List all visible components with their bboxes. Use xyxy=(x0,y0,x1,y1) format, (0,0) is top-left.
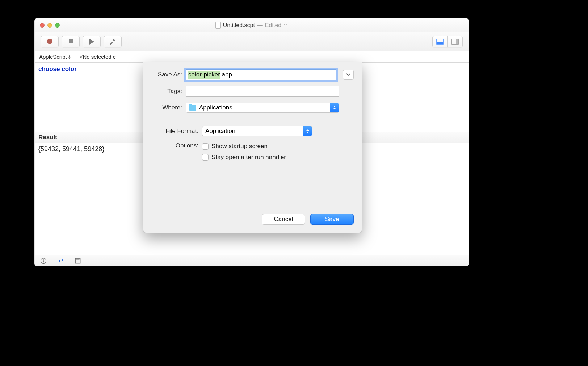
minimize-button[interactable] xyxy=(47,23,52,28)
where-value: Applications xyxy=(199,104,232,111)
option-stay-open[interactable]: Stay open after run handler xyxy=(202,154,286,161)
save-label: Save xyxy=(325,216,339,223)
view-editor-button[interactable] xyxy=(432,36,448,47)
where-popup[interactable]: Applications xyxy=(186,103,339,113)
window-title: Untitled.scpt — Edited ﹀ xyxy=(35,22,469,29)
pane-right-icon xyxy=(452,39,459,45)
result-value: {59432, 59441, 59428} xyxy=(38,145,104,153)
stop-button[interactable] xyxy=(62,36,80,47)
play-icon xyxy=(89,39,94,45)
save-as-input[interactable]: color-picker.app xyxy=(186,69,336,80)
language-label: AppleScript xyxy=(39,54,67,60)
tags-input[interactable] xyxy=(186,86,339,97)
titlebar[interactable]: Untitled.scpt — Edited ﹀ xyxy=(35,18,469,32)
handler-selector[interactable]: <No selected e xyxy=(75,51,120,62)
file-format-value: Application xyxy=(205,128,235,135)
stop-icon xyxy=(69,39,73,43)
checkbox-startup[interactable] xyxy=(202,143,209,150)
expand-save-button[interactable] xyxy=(343,70,354,80)
popup-arrows-icon xyxy=(303,126,312,136)
option-startup-label: Show startup screen xyxy=(211,143,268,150)
chevron-down-icon xyxy=(346,73,350,76)
stepper-icon: ▴▾ xyxy=(68,55,71,59)
bottom-bar xyxy=(35,255,469,266)
save-as-label: Save As: xyxy=(151,71,186,78)
window-controls xyxy=(35,23,60,28)
title-filename: Untitled.scpt xyxy=(223,22,255,29)
result-header-label: Result xyxy=(38,134,57,141)
view-sidebar-button[interactable] xyxy=(448,36,463,47)
language-selector[interactable]: AppleScript ▴▾ xyxy=(35,51,75,62)
document-icon xyxy=(215,22,221,29)
description-tab[interactable] xyxy=(40,257,47,265)
log-tab[interactable] xyxy=(75,258,81,264)
toolbar xyxy=(35,32,469,51)
filename-selected: color-picker xyxy=(188,71,220,79)
save-sheet: Save As: color-picker.app Tags: Where: xyxy=(143,62,362,233)
tags-label: Tags: xyxy=(151,88,186,95)
run-button[interactable] xyxy=(83,36,101,47)
title-chevron-icon[interactable]: ﹀ xyxy=(284,22,288,28)
cancel-label: Cancel xyxy=(274,216,293,223)
file-format-label: File Format: xyxy=(151,128,202,135)
save-button[interactable]: Save xyxy=(310,214,354,225)
code-keyword: choose color xyxy=(38,66,77,72)
checkbox-stay-open[interactable] xyxy=(202,154,209,161)
hammer-icon xyxy=(109,38,116,45)
svg-rect-3 xyxy=(456,39,458,44)
filename-extension: .app xyxy=(220,71,232,78)
svg-rect-1 xyxy=(437,42,443,44)
title-edited-status: Edited xyxy=(265,22,281,29)
title-separator: — xyxy=(257,22,263,29)
list-icon xyxy=(75,258,81,264)
result-tab[interactable] xyxy=(57,257,64,265)
folder-icon xyxy=(189,105,196,111)
return-icon xyxy=(57,257,64,265)
svg-rect-6 xyxy=(43,259,44,260)
pane-bottom-icon xyxy=(436,39,444,45)
compile-button[interactable] xyxy=(104,36,122,47)
zoom-button[interactable] xyxy=(55,23,60,28)
close-button[interactable] xyxy=(40,23,45,28)
handler-label: <No selected e xyxy=(80,54,116,60)
navigation-bar: AppleScript ▴▾ <No selected e xyxy=(35,51,469,63)
file-format-popup[interactable]: Application xyxy=(202,126,312,136)
svg-rect-5 xyxy=(43,260,44,262)
record-icon xyxy=(47,39,52,44)
where-label: Where: xyxy=(151,104,186,111)
cancel-button[interactable]: Cancel xyxy=(262,214,305,225)
info-icon xyxy=(40,257,47,265)
option-show-startup[interactable]: Show startup screen xyxy=(202,143,286,150)
view-toggle xyxy=(432,36,463,47)
popup-arrows-icon xyxy=(330,103,339,112)
option-stay-open-label: Stay open after run handler xyxy=(211,154,286,161)
record-button[interactable] xyxy=(41,36,59,47)
options-label: Options: xyxy=(151,142,202,149)
